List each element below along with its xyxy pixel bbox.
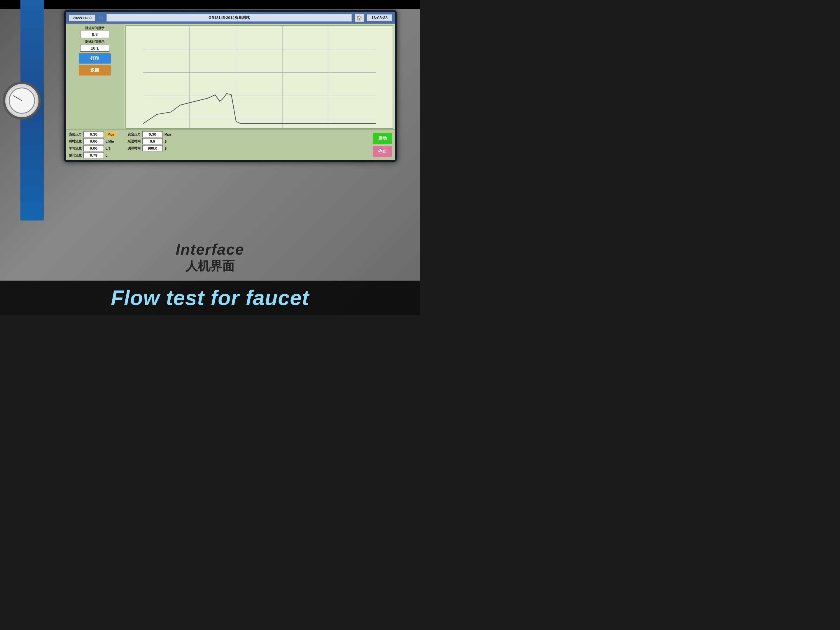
bottom-inner: 当前压力 0.30 Mpa 瞬时流量 0.00 L/Min 平均流量 0.00	[69, 131, 392, 158]
action-buttons: 启动 停止	[373, 133, 392, 157]
set-pressure-row: 设定压力 0.30 Mpa	[128, 131, 171, 137]
test-time-display-label: 测试时间显示	[85, 39, 104, 44]
cumulative-flow-row: 累计流量 0.79 L	[69, 152, 116, 158]
set-test-time-unit: S	[164, 147, 167, 150]
instant-flow-value: 0.00	[84, 138, 104, 144]
avg-flow-row: 平均流量 0.00 L/S	[69, 145, 116, 152]
avg-flow-value: 0.00	[84, 145, 104, 152]
screen: 2022/11/30 ⚙ GB18145-2014流量测试 🏠 16:03:33…	[66, 12, 395, 160]
set-pressure-value: 0.30	[142, 131, 163, 137]
home-button[interactable]: 🏠	[355, 14, 364, 22]
stop-button[interactable]: 停止	[373, 146, 392, 157]
right-data: 设定压力 0.30 Mpa 延迟时间 0.9 S 测试时间 999.0 S	[128, 131, 171, 152]
header-bar: 2022/11/30 ⚙ GB18145-2014流量测试 🏠 16:03:33	[66, 12, 395, 24]
start-button[interactable]: 启动	[373, 133, 392, 144]
instant-flow-label: 瞬时流量	[69, 139, 82, 144]
pressure-gauge	[3, 82, 41, 120]
bottom-section: 当前压力 0.30 Mpa 瞬时流量 0.00 L/Min 平均流量 0.00	[66, 129, 395, 160]
gear-icon: ⚙	[98, 14, 104, 21]
set-delay-unit: S	[164, 140, 167, 143]
pressure-label: 当前压力	[69, 132, 82, 136]
pressure-value: 0.30	[84, 131, 104, 137]
gauge-needle	[13, 95, 22, 101]
cumulative-flow-label: 累计流量	[69, 153, 82, 158]
screen-bezel: 2022/11/30 ⚙ GB18145-2014流量测试 🏠 16:03:33…	[64, 10, 397, 162]
pressure-row: 当前压力 0.30 Mpa	[69, 131, 116, 137]
left-panel: 延迟时间显示 0.8 测试时间显示 18.1 打印 返回	[66, 24, 124, 129]
left-data: 当前压力 0.30 Mpa 瞬时流量 0.00 L/Min 平均流量 0.00	[69, 131, 116, 158]
set-pressure-unit: Mpa	[164, 133, 171, 136]
delay-display-group: 延迟时间显示 0.8	[68, 26, 122, 38]
header-time: 16:03:33	[367, 14, 392, 21]
interface-label-cn: 人机界面	[0, 258, 420, 274]
cumulative-flow-value: 0.79	[84, 152, 104, 158]
instant-flow-row: 瞬时流量 0.00 L/Min	[69, 138, 116, 144]
set-delay-label: 延迟时间	[128, 139, 141, 144]
chart-svg	[126, 26, 393, 128]
main-content: 延迟时间显示 0.8 测试时间显示 18.1 打印 返回	[66, 24, 395, 129]
avg-flow-label: 平均流量	[69, 146, 82, 150]
print-button[interactable]: 打印	[79, 54, 111, 63]
delay-display-label: 延迟时间显示	[85, 26, 104, 30]
set-pressure-label: 设定压力	[128, 132, 141, 136]
header-title: GB18145-2014流量测试	[106, 14, 352, 22]
set-delay-value: 0.9	[142, 138, 163, 144]
video-title-overlay: Flow test for faucet	[0, 281, 420, 315]
back-button[interactable]: 返回	[79, 65, 111, 76]
set-test-time-value: 999.0	[142, 145, 163, 152]
set-test-time-row: 测试时间 999.0 S	[128, 145, 171, 152]
pressure-unit: Mpa	[106, 132, 116, 137]
video-title-text: Flow test for faucet	[111, 286, 309, 309]
delay-display-value: 0.8	[80, 31, 109, 38]
black-bar-top	[0, 0, 420, 9]
test-time-display-group: 测试时间显示 18.1	[68, 39, 122, 52]
gauge-inner	[9, 87, 35, 114]
chart-area	[125, 25, 393, 129]
set-test-time-label: 测试时间	[128, 146, 141, 150]
instant-flow-unit: L/Min	[106, 140, 114, 143]
test-time-display-value: 18.1	[80, 45, 109, 52]
interface-label-en: Interface	[0, 241, 420, 258]
avg-flow-unit: L/S	[106, 147, 111, 150]
header-date: 2022/11/30	[69, 14, 95, 21]
cumulative-flow-unit: L	[106, 154, 107, 157]
set-delay-row: 延迟时间 0.9 S	[128, 138, 171, 144]
